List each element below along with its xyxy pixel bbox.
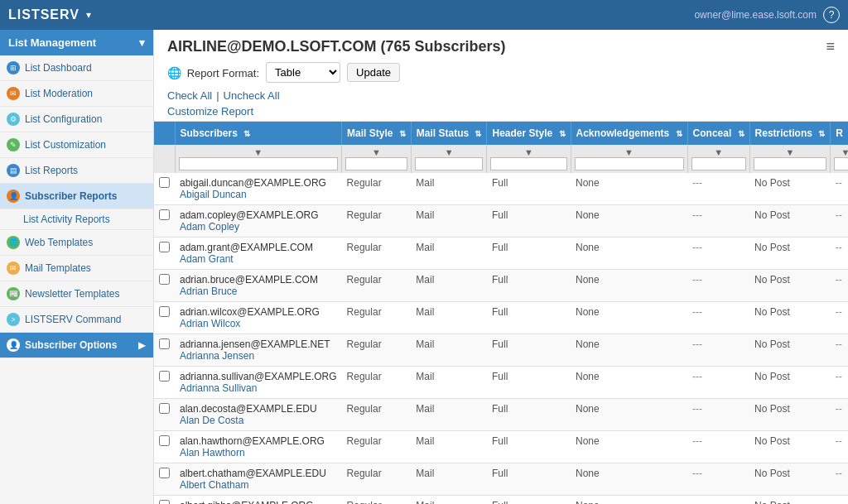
sidebar-item-list-moderation[interactable]: ✉ List Moderation xyxy=(0,81,153,107)
sidebar-item-web-templates[interactable]: 🌐 Web Templates xyxy=(0,230,153,256)
subscriber-name[interactable]: Adam Grant xyxy=(180,253,337,265)
sidebar-item-label: LISTSERV Command xyxy=(25,314,145,325)
sidebar-item-list-customization[interactable]: ✎ List Customization xyxy=(0,132,153,158)
filter-input-restrictions[interactable] xyxy=(754,157,827,170)
col-checkbox xyxy=(154,122,175,145)
row-subscriber: adrian.bruce@EXAMPLE.COM Adrian Bruce xyxy=(175,270,342,302)
subscriber-name[interactable]: Adrian Wilcox xyxy=(180,318,337,329)
filter-input-r[interactable] xyxy=(834,157,848,170)
filter-input-mail-status[interactable] xyxy=(415,157,484,170)
row-checkbox[interactable] xyxy=(159,274,170,285)
subscriber-name[interactable]: Adrianna Sullivan xyxy=(180,382,337,394)
filter-cell-acknowledgements: ▼ xyxy=(571,145,687,173)
row-r: -- xyxy=(831,205,848,238)
row-checkbox[interactable] xyxy=(159,306,170,317)
filter-input-acknowledgements[interactable] xyxy=(575,157,684,170)
subscriber-name[interactable]: Alan De Costa xyxy=(180,415,337,426)
row-checkbox-cell xyxy=(154,173,175,205)
row-acknowledgements: None xyxy=(571,238,687,270)
sidebar-item-listserv-command[interactable]: > LISTSERV Command xyxy=(0,307,153,333)
row-header-style: Full xyxy=(487,399,571,431)
row-subscriber: albert.gibbs@EXAMPLE.ORG Albert Gibbs xyxy=(175,496,342,505)
customize-report-link[interactable]: Customize Report xyxy=(167,105,835,118)
row-mail-style: Regular xyxy=(342,173,412,205)
row-conceal: --- xyxy=(687,431,749,463)
row-mail-status: Mail xyxy=(411,496,487,505)
check-links-row: Check All | Uncheck All xyxy=(167,89,835,102)
sidebar-item-list-activity-reports[interactable]: List Activity Reports xyxy=(0,209,153,230)
row-checkbox[interactable] xyxy=(159,435,170,446)
sidebar-item-label: List Reports xyxy=(25,165,145,176)
newsletter-templates-icon: 📰 xyxy=(7,287,20,300)
row-header-style: Full xyxy=(487,496,571,505)
row-conceal: --- xyxy=(687,238,749,270)
menu-icon[interactable]: ≡ xyxy=(826,38,835,55)
subscriber-name[interactable]: Abigail Duncan xyxy=(180,189,337,200)
filter-input-mail-style[interactable] xyxy=(345,157,407,170)
report-format-row: 🌐 Report Format: Table Summary Index Upd… xyxy=(167,62,835,83)
row-checkbox-cell xyxy=(154,205,175,238)
list-configuration-icon: ⚙ xyxy=(7,113,20,126)
table-row: abigail.duncan@EXAMPLE.ORG Abigail Dunca… xyxy=(154,173,848,205)
col-mail-status[interactable]: Mail Status ⇅ xyxy=(411,122,487,145)
col-header-style[interactable]: Header Style ⇅ xyxy=(487,122,571,145)
subscriber-name[interactable]: Adam Copley xyxy=(180,221,337,233)
filter-input-conceal[interactable] xyxy=(691,157,746,170)
list-customization-icon: ✎ xyxy=(7,138,20,151)
col-r[interactable]: R ⇅ xyxy=(831,122,848,145)
row-checkbox[interactable] xyxy=(159,209,170,220)
col-conceal[interactable]: Conceal ⇅ xyxy=(687,122,749,145)
col-restrictions[interactable]: Restrictions ⇅ xyxy=(749,122,831,145)
row-mail-status: Mail xyxy=(411,238,487,270)
help-button[interactable]: ? xyxy=(823,7,840,23)
row-checkbox[interactable] xyxy=(159,468,170,478)
table-row: albert.gibbs@EXAMPLE.ORG Albert Gibbs Re… xyxy=(154,496,848,505)
uncheck-all-link[interactable]: Uncheck All xyxy=(224,89,280,102)
subscriber-email: adrianna.jensen@EXAMPLE.NET xyxy=(180,338,337,350)
row-conceal: --- xyxy=(687,334,749,367)
col-mail-style[interactable]: Mail Style ⇅ xyxy=(342,122,412,145)
table-row: adam.copley@EXAMPLE.ORG Adam Copley Regu… xyxy=(154,205,848,238)
row-restrictions: No Post xyxy=(749,367,831,399)
topbar-left: LISTSERV ▾ xyxy=(8,7,91,22)
table-row: adrian.bruce@EXAMPLE.COM Adrian Bruce Re… xyxy=(154,270,848,302)
update-button[interactable]: Update xyxy=(347,63,400,82)
subscriber-name[interactable]: Adrianna Jensen xyxy=(180,350,337,362)
content-area: AIRLINE@DEMO.LSOFT.COM (765 Subscribers)… xyxy=(154,30,848,504)
row-acknowledgements: None xyxy=(571,463,687,496)
filter-input-header-style[interactable] xyxy=(490,157,566,170)
row-restrictions: No Post xyxy=(749,496,831,505)
row-checkbox[interactable] xyxy=(159,500,170,504)
row-header-style: Full xyxy=(487,205,571,238)
topbar-chevron-icon[interactable]: ▾ xyxy=(86,9,91,21)
row-checkbox[interactable] xyxy=(159,242,170,252)
col-acknowledgements[interactable]: Acknowledgements ⇅ xyxy=(571,122,687,145)
sidebar-item-list-dashboard[interactable]: ⊞ List Dashboard xyxy=(0,55,153,81)
subscriber-email: adam.copley@EXAMPLE.ORG xyxy=(180,209,337,221)
format-select[interactable]: Table Summary Index xyxy=(266,62,340,83)
row-checkbox[interactable] xyxy=(159,338,170,349)
table-header-row: Subscribers ⇅ Mail Style ⇅ Mail Status ⇅… xyxy=(154,122,848,145)
row-acknowledgements: None xyxy=(571,270,687,302)
subscriber-name[interactable]: Adrian Bruce xyxy=(180,286,337,297)
sidebar-item-newsletter-templates[interactable]: 📰 Newsletter Templates xyxy=(0,281,153,307)
col-subscribers[interactable]: Subscribers ⇅ xyxy=(175,122,342,145)
subscriber-name[interactable]: Alan Hawthorn xyxy=(180,447,337,458)
sidebar-item-list-configuration[interactable]: ⚙ List Configuration xyxy=(0,107,153,132)
row-checkbox[interactable] xyxy=(159,403,170,414)
subscriber-email: albert.gibbs@EXAMPLE.ORG xyxy=(180,500,337,504)
row-checkbox[interactable] xyxy=(159,177,170,188)
subscriber-name[interactable]: Albert Chatham xyxy=(180,479,337,491)
filter-cell-mail-status: ▼ xyxy=(411,145,487,173)
sidebar-item-list-reports[interactable]: ▤ List Reports xyxy=(0,158,153,184)
sidebar-item-mail-templates[interactable]: ✉ Mail Templates xyxy=(0,256,153,281)
check-all-link[interactable]: Check All xyxy=(167,89,212,102)
filter-input-subscribers[interactable] xyxy=(179,157,339,170)
sidebar-section-list-management[interactable]: List Management ▾ xyxy=(0,30,153,55)
row-checkbox[interactable] xyxy=(159,371,170,382)
sidebar-item-subscriber-options[interactable]: 👤 Subscriber Options ▶ xyxy=(0,333,153,358)
row-restrictions: No Post xyxy=(749,270,831,302)
filter-cell-r: ▼ xyxy=(831,145,848,173)
row-conceal: --- xyxy=(687,367,749,399)
sidebar-item-subscriber-reports[interactable]: 👤 Subscriber Reports xyxy=(0,184,153,209)
